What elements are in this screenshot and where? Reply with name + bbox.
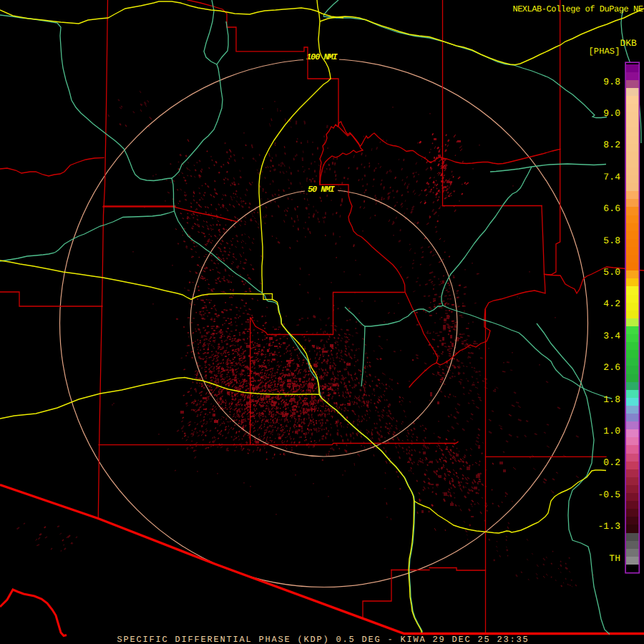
svg-text:DKB: DKB — [620, 38, 638, 49]
svg-text:6.6: 6.6 — [603, 203, 620, 214]
svg-text:NEXLAB-College of DuPage NE: NEXLAB-College of DuPage NE — [512, 4, 643, 14]
svg-text:7.4: 7.4 — [603, 172, 620, 182]
svg-text:5.8: 5.8 — [603, 235, 620, 246]
svg-text:-0.5: -0.5 — [597, 489, 620, 500]
svg-text:0.2: 0.2 — [603, 457, 620, 468]
svg-text:4.2: 4.2 — [603, 298, 620, 309]
svg-text:8.2: 8.2 — [603, 140, 620, 150]
svg-text:-1.3: -1.3 — [597, 521, 620, 532]
svg-text:[PHAS]: [PHAS] — [589, 47, 620, 57]
svg-text:TH: TH — [609, 553, 620, 564]
svg-text:50 NMI: 50 NMI — [308, 185, 336, 195]
svg-text:9.0: 9.0 — [603, 108, 620, 119]
svg-text:SPECIFIC DIFFERENTIAL PHASE (K: SPECIFIC DIFFERENTIAL PHASE (KDP) 0.5 DE… — [117, 635, 530, 644]
svg-text:3.4: 3.4 — [603, 331, 620, 341]
svg-text:1.8: 1.8 — [603, 394, 620, 405]
svg-text:2.6: 2.6 — [603, 362, 620, 373]
svg-text:9.8: 9.8 — [603, 77, 620, 87]
svg-text:1.0: 1.0 — [603, 426, 620, 436]
svg-text:5.0: 5.0 — [603, 267, 620, 278]
